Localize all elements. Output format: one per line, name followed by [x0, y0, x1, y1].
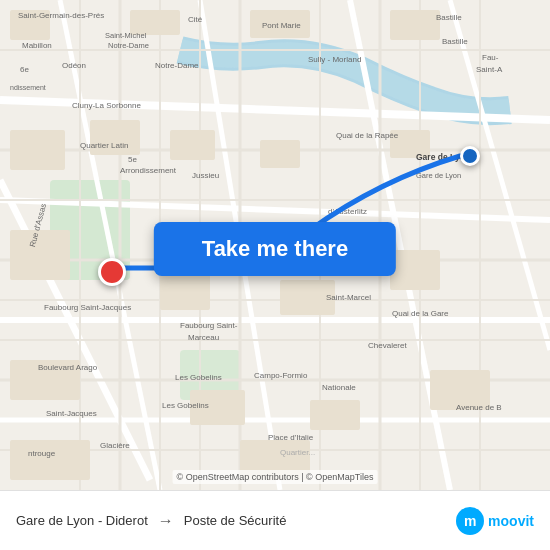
- route-to: Poste de Sécurité: [184, 513, 287, 528]
- svg-text:Bastille: Bastille: [436, 13, 462, 22]
- svg-rect-38: [10, 230, 70, 280]
- svg-text:Arrondissement: Arrondissement: [120, 166, 177, 175]
- svg-rect-44: [310, 400, 360, 430]
- svg-text:Avenue de B: Avenue de B: [456, 403, 502, 412]
- route-info: Gare de Lyon - Diderot → Poste de Sécuri…: [16, 512, 456, 530]
- route-arrow: →: [158, 512, 174, 530]
- svg-text:Mabillon: Mabillon: [22, 41, 52, 50]
- take-me-there-button[interactable]: Take me there: [154, 222, 396, 276]
- map-copyright: © OpenStreetMap contributors | © OpenMap…: [173, 470, 378, 484]
- route-from: Gare de Lyon - Diderot: [16, 513, 148, 528]
- svg-text:Quai de la Rapée: Quai de la Rapée: [336, 131, 399, 140]
- svg-text:Chevaleret: Chevaleret: [368, 341, 407, 350]
- bottom-bar: Gare de Lyon - Diderot → Poste de Sécuri…: [0, 490, 550, 550]
- svg-text:Quartier...: Quartier...: [280, 448, 315, 457]
- svg-text:Saint-A: Saint-A: [476, 65, 503, 74]
- origin-pin: [460, 146, 480, 166]
- map-container: Saint-Germain-des-Prés Mabillon 6e ndiss…: [0, 0, 550, 490]
- svg-text:Place d'Italie: Place d'Italie: [268, 433, 314, 442]
- svg-text:Saint-Jacques: Saint-Jacques: [46, 409, 97, 418]
- svg-text:5e: 5e: [128, 155, 137, 164]
- svg-rect-46: [10, 440, 90, 480]
- svg-rect-32: [390, 10, 440, 40]
- svg-rect-36: [260, 140, 300, 168]
- svg-text:Faubourg Saint-Jacques: Faubourg Saint-Jacques: [44, 303, 131, 312]
- svg-text:Odéon: Odéon: [62, 61, 86, 70]
- svg-text:Cluny-La Sorbonne: Cluny-La Sorbonne: [72, 101, 141, 110]
- svg-text:Jussieu: Jussieu: [192, 171, 219, 180]
- svg-text:Les Gobelins: Les Gobelins: [162, 401, 209, 410]
- svg-text:ndissement: ndissement: [10, 84, 46, 91]
- svg-text:Quartier Latin: Quartier Latin: [80, 141, 128, 150]
- svg-text:Saint-Michel: Saint-Michel: [105, 31, 147, 40]
- svg-text:Marceau: Marceau: [188, 333, 219, 342]
- svg-text:Bastille: Bastille: [442, 37, 468, 46]
- svg-rect-33: [10, 130, 65, 170]
- svg-rect-35: [170, 130, 215, 160]
- svg-text:Gare de Lyon: Gare de Lyon: [416, 171, 461, 180]
- svg-text:Glacière: Glacière: [100, 441, 130, 450]
- svg-text:Fau-: Fau-: [482, 53, 499, 62]
- svg-text:Notre-Dame: Notre-Dame: [155, 61, 199, 70]
- svg-text:Cité: Cité: [188, 15, 203, 24]
- svg-text:Sully - Morland: Sully - Morland: [308, 55, 361, 64]
- moovit-logo: m moovit: [456, 507, 534, 535]
- svg-text:Quai de la Gare: Quai de la Gare: [392, 309, 449, 318]
- moovit-logo-text: moovit: [488, 513, 534, 529]
- moovit-logo-icon: m: [456, 507, 484, 535]
- svg-rect-41: [390, 250, 440, 290]
- svg-text:Nationale: Nationale: [322, 383, 356, 392]
- svg-text:ntrouge: ntrouge: [28, 449, 56, 458]
- svg-text:Pont Marie: Pont Marie: [262, 21, 301, 30]
- svg-text:Les Gobelins: Les Gobelins: [175, 373, 222, 382]
- svg-text:Faubourg Saint-: Faubourg Saint-: [180, 321, 238, 330]
- svg-text:Saint-Marcel: Saint-Marcel: [326, 293, 371, 302]
- svg-text:Saint-Germain-des-Prés: Saint-Germain-des-Prés: [18, 11, 104, 20]
- svg-text:d'Austerlitz: d'Austerlitz: [328, 207, 367, 216]
- svg-text:Notre-Dame: Notre-Dame: [108, 41, 149, 50]
- destination-pin: [98, 258, 126, 286]
- svg-rect-39: [160, 270, 210, 310]
- svg-text:Campo-Formio: Campo-Formio: [254, 371, 308, 380]
- svg-text:6e: 6e: [20, 65, 29, 74]
- svg-text:Boulevard Arago: Boulevard Arago: [38, 363, 98, 372]
